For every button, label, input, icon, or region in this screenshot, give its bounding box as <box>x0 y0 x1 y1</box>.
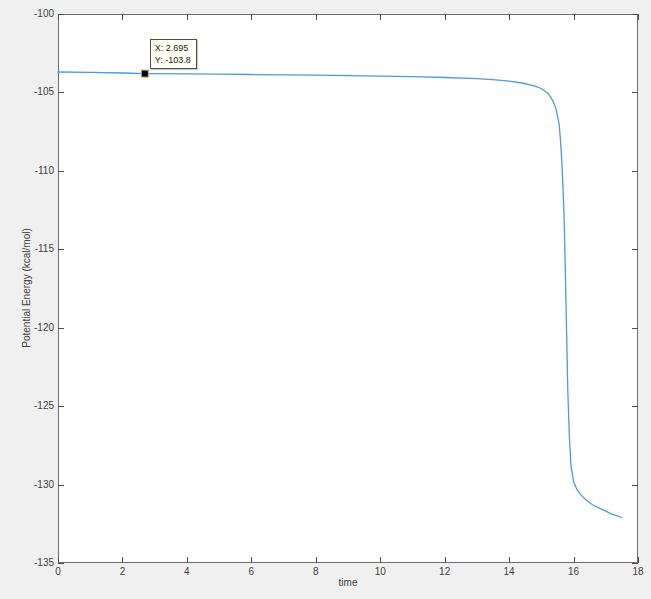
datatip-marker[interactable] <box>141 70 148 77</box>
plot-svg <box>0 0 651 599</box>
datatip-tooltip[interactable]: X: 2.695 Y: -103.8 <box>150 39 197 69</box>
y-tick-label: -125 <box>12 400 54 412</box>
y-tick-label: -135 <box>12 557 54 569</box>
datatip-x-value: X: 2.695 <box>155 42 191 54</box>
x-axis-label: time <box>58 577 638 588</box>
y-tick-label: -115 <box>12 243 54 255</box>
y-tick-label: -130 <box>12 479 54 491</box>
y-tick-label: -120 <box>12 322 54 334</box>
y-tick-label: -105 <box>12 86 54 98</box>
figure-canvas: 024681012141618-100-105-110-115-120-125-… <box>0 0 651 599</box>
y-tick-label: -110 <box>12 165 54 177</box>
y-axis-label: Potential Energy (kcal/mol) <box>21 228 32 348</box>
y-tick-label: -100 <box>12 8 54 20</box>
datatip-y-value: Y: -103.8 <box>155 54 191 66</box>
